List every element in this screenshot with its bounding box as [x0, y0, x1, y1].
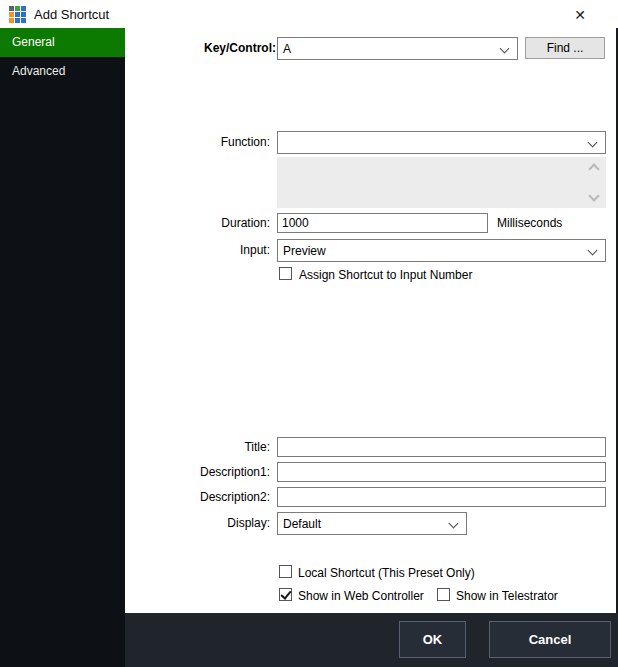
function-label: Function:	[100, 135, 270, 149]
key-control-selected-value: A	[283, 42, 291, 56]
app-grid-icon-cell	[21, 6, 26, 11]
sidebar-item-advanced[interactable]: Advanced	[0, 57, 125, 86]
key-control-label: Key/Control:	[106, 41, 276, 55]
duration-label: Duration:	[100, 216, 270, 230]
input-select[interactable]: Preview	[277, 239, 606, 262]
scroll-up-icon	[588, 163, 599, 174]
key-control-select[interactable]: A	[277, 37, 518, 60]
input-selected-value: Preview	[283, 244, 326, 258]
titlebar: Add Shortcut ✕	[0, 0, 618, 28]
description2-input[interactable]	[277, 487, 606, 507]
ok-button[interactable]: OK	[399, 621, 466, 658]
app-grid-icon-cell	[15, 12, 20, 17]
ok-button-label: OK	[423, 632, 443, 647]
local-shortcut-checkbox[interactable]	[279, 565, 292, 578]
scroll-down-icon	[588, 190, 599, 201]
assign-input-number-checkbox[interactable]	[279, 267, 292, 280]
app-grid-icon-cell	[21, 12, 26, 17]
local-shortcut-label: Local Shortcut (This Preset Only)	[298, 566, 475, 580]
chevron-down-icon	[588, 246, 598, 256]
add-shortcut-dialog: Add Shortcut ✕ General Advanced Key/Cont…	[0, 0, 618, 667]
find-button[interactable]: Find ...	[525, 37, 605, 59]
web-controller-checkbox[interactable]	[279, 588, 292, 601]
find-button-label: Find ...	[547, 41, 584, 55]
app-grid-icon-cell	[9, 6, 14, 11]
assign-input-number-label: Assign Shortcut to Input Number	[299, 268, 472, 282]
cancel-button[interactable]: Cancel	[489, 621, 611, 658]
chevron-down-icon	[500, 44, 510, 54]
close-icon: ✕	[574, 8, 586, 22]
description1-label: Description1:	[100, 465, 270, 479]
function-select[interactable]	[277, 131, 606, 154]
description2-label: Description2:	[100, 490, 270, 504]
milliseconds-label: Milliseconds	[497, 216, 562, 230]
display-selected-value: Default	[283, 517, 321, 531]
window-title: Add Shortcut	[34, 7, 109, 22]
title-input[interactable]	[277, 437, 606, 457]
footer-bar: OK Cancel	[125, 613, 618, 667]
description1-input[interactable]	[277, 462, 606, 482]
app-grid-icon-cell	[15, 18, 20, 23]
function-description-panel	[277, 157, 606, 208]
chevron-down-icon	[588, 138, 598, 148]
input-label: Input:	[100, 243, 270, 257]
sidebar: General Advanced	[0, 28, 125, 667]
app-grid-icon	[9, 6, 26, 23]
app-grid-icon-cell	[9, 12, 14, 17]
title-label: Title:	[100, 440, 270, 454]
app-grid-icon-cell	[15, 6, 20, 11]
app-grid-icon-cell	[21, 18, 26, 23]
cancel-button-label: Cancel	[529, 632, 572, 647]
telestrator-label: Show in Telestrator	[456, 589, 558, 603]
duration-input[interactable]	[277, 213, 488, 233]
chevron-down-icon	[449, 519, 459, 529]
display-select[interactable]: Default	[277, 512, 467, 535]
web-controller-label: Show in Web Controller	[298, 589, 424, 603]
app-grid-icon-cell	[9, 18, 14, 23]
close-button[interactable]: ✕	[564, 3, 596, 26]
display-label: Display:	[100, 516, 270, 530]
telestrator-checkbox[interactable]	[437, 588, 450, 601]
